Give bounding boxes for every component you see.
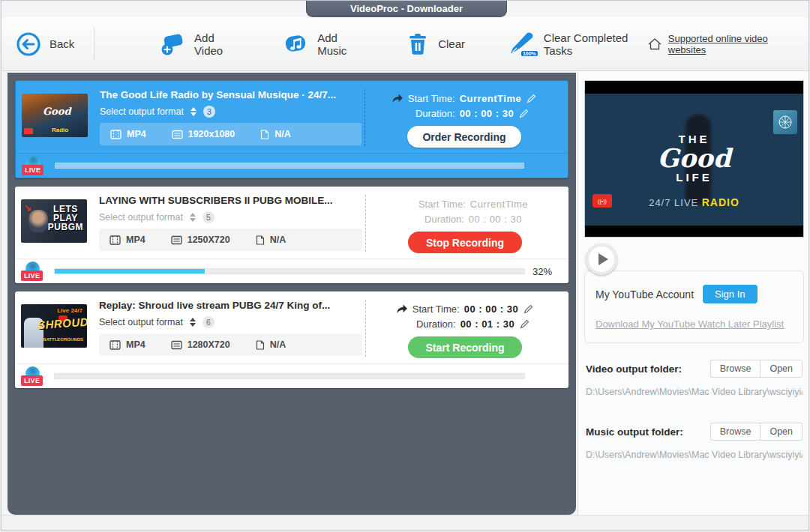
play-button[interactable] [586,244,617,275]
clear-button[interactable]: Clear [405,31,465,57]
add-music-icon [281,31,310,57]
add-video-button[interactable]: Add Video [158,31,238,57]
format-value: MP4 [127,129,146,139]
sort-arrows-icon [190,107,196,116]
thumb-text: Radio [52,127,68,133]
resolution-icon [171,235,182,245]
youtube-account-box: My YouTube Account Sign In Download My Y… [584,270,804,343]
start-time-value: CurrentTime [460,93,522,104]
task-3-format-select[interactable]: Select output format 6 [99,316,362,328]
music-folder-label: Music output folder: [586,426,710,438]
broadcast-icon: ((•)) [592,194,612,208]
edit-pencil-icon[interactable] [518,108,530,119]
format-count-badge: 3 [203,106,215,118]
toolbar: Back Add Video Add Music Clear [2,17,808,71]
task-3-thumbnail: Live 24/7 SHROUD BATTLEGROUNDS [21,304,87,348]
back-label: Back [50,37,74,50]
window-title-text: VideoProc - Downloader [350,3,463,14]
task-2-format-select[interactable]: Select output format 5 [99,211,362,223]
back-button[interactable]: Back [15,31,74,58]
main-area: Good Radio The Good Life Radio by Sensua… [2,71,808,516]
video-open-button[interactable]: Open [760,360,802,378]
play-icon [598,253,608,265]
live-badge: LIVE [21,262,45,281]
resolution-value: 1920x1080 [188,129,236,139]
progress-bar [54,268,525,274]
duration-value: 00 : 00 : 30 [460,108,514,119]
file-icon [256,340,265,350]
back-icon [15,31,42,58]
start-recording-button[interactable]: Start Recording [408,336,522,358]
sign-in-button[interactable]: Sign In [703,285,757,303]
task-list-panel: Good Radio The Good Life Radio by Sensua… [8,73,576,515]
music-browse-button[interactable]: Browse [710,423,760,441]
size-value: N/A [274,129,291,139]
toolbar-separator [94,27,94,61]
film-icon [110,340,121,350]
start-time-value: CurrentTime [470,199,528,210]
task-card-1[interactable]: Good Radio The Good Life Radio by Sensua… [15,80,568,178]
task-3-format-info: MP4 1280X720 N/A [99,333,362,356]
task-2-thumbnail: ↘ LETSPLAYPUBGM [21,199,87,243]
size-value: N/A [270,235,286,245]
task-2-title: LAYING WITH SUBSCRIBERS II PUBG MOBILE..… [99,195,362,206]
video-folder-path: D:\Users\Andrew\Movies\Mac Video Library… [586,387,802,397]
live-badge: LIVE [22,156,46,175]
add-video-icon [158,31,187,57]
duration-value: 00 : 00 : 30 [469,214,522,225]
trash-icon [405,31,430,57]
forward-arrow-icon [392,93,404,103]
format-count-badge: 5 [202,211,214,223]
task-card-2[interactable]: ↘ LETSPLAYPUBGM LAYING WITH SUBSCRIBERS … [15,187,568,283]
brush-icon: 100% [508,31,536,57]
edit-pencil-icon[interactable] [523,303,534,315]
music-output-folder-section: Music output folder: Browse Open D:\User… [584,423,804,460]
file-icon [256,235,265,245]
add-music-button[interactable]: Add Music [281,31,362,57]
start-time-label: Start Time: [408,93,455,104]
task-1-thumbnail: Good Radio [22,94,88,137]
card-divider [364,89,365,146]
brush-badge: 100% [521,51,538,56]
task-1-format-info: MP4 1920x1080 N/A [100,123,362,145]
sort-arrows-icon [190,318,196,327]
progress-bar [54,373,525,379]
supported-sites-label: Supported online video websites [668,33,795,55]
order-recording-button[interactable]: Order Recording [407,126,521,148]
clear-completed-label: Clear Completed Tasks [544,31,647,57]
video-preview: THE Good LIFE 24/7 LIVE RADIO ((•)) [584,80,804,238]
preview-live-text: 24/7 LIVE [649,197,698,208]
edit-pencil-icon[interactable] [519,318,530,330]
detail-panel: THE Good LIFE 24/7 LIVE RADIO ((•)) [578,71,808,516]
edit-pencil-icon[interactable] [526,93,537,104]
size-value: N/A [270,339,286,350]
add-video-label: Add Video [194,31,238,57]
task-1-format-select[interactable]: Select output format 3 [100,106,362,118]
task-card-3[interactable]: Live 24/7 SHROUD BATTLEGROUNDS Replay: S… [15,291,568,388]
youtube-account-label: My YouTube Account [596,288,694,300]
resolution-value: 1250X720 [188,235,230,245]
task-1-title: The Good Life Radio by Sensual Musique ·… [100,89,362,100]
window-title: VideoProc - Downloader [306,1,507,17]
home-icon [647,37,662,51]
duration-label: Duration: [416,318,456,330]
clear-completed-button[interactable]: 100% Clear Completed Tasks [508,31,647,57]
stop-recording-button[interactable]: Stop Recording [408,232,522,253]
preview-title-bottom: LIFE [585,171,803,184]
start-time-label: Start Time: [418,199,466,210]
channel-logo [773,110,797,134]
watch-later-link[interactable]: Download My YouTube Watch Later Playlist [596,318,784,330]
format-count-badge: 6 [202,316,214,328]
music-open-button[interactable]: Open [760,423,802,441]
resolution-value: 1280X720 [188,339,230,350]
file-icon [260,130,269,139]
task-3-title: Replay: Shroud live stream PUBG 24/7 Kin… [99,300,362,311]
format-value: MP4 [126,339,146,350]
video-output-folder-section: Video output folder: Browse Open D:\User… [584,360,804,397]
supported-sites-link[interactable]: Supported online video websites [647,33,795,55]
format-select-label: Select output format [99,212,183,223]
format-select-label: Select output format [100,106,184,117]
film-icon [110,235,121,245]
format-value: MP4 [126,235,146,245]
video-browse-button[interactable]: Browse [710,360,760,378]
